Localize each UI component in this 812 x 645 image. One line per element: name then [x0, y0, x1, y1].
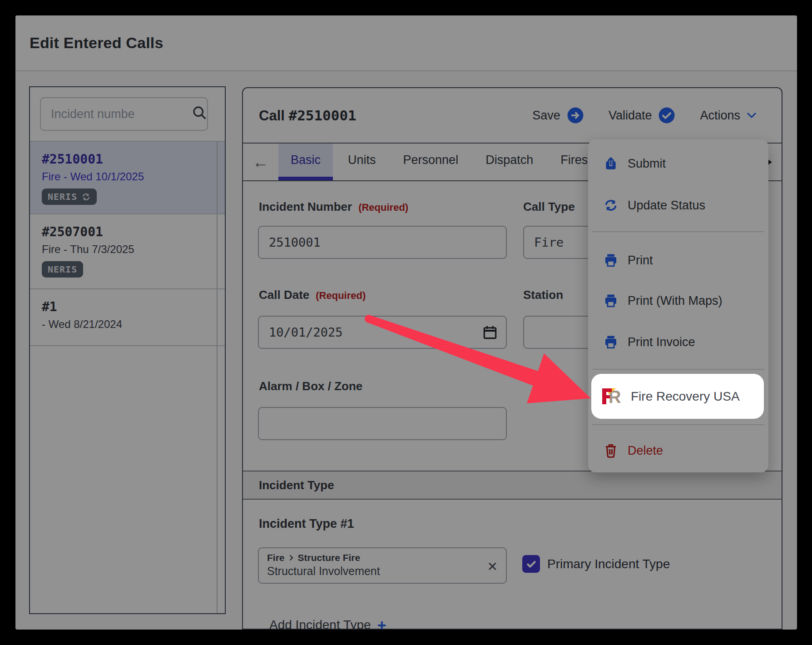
- neris-badge: NERIS: [42, 261, 83, 278]
- save-button[interactable]: Save: [532, 107, 584, 124]
- call-number: #2510001: [42, 152, 213, 167]
- chevron-right-icon: [289, 555, 293, 561]
- required-hint: (Required): [358, 202, 408, 213]
- incident-type-1-label: Incident Type #1: [259, 517, 354, 531]
- call-title-number: #2510001: [288, 107, 356, 124]
- label-text: Alarm / Box / Zone: [259, 379, 362, 393]
- actions-dropdown-menu: Submit Update Status: [588, 139, 768, 472]
- call-list-item[interactable]: #2510001 Fire - Wed 10/1/2025 NERIS: [30, 142, 225, 214]
- call-title-prefix: Call: [259, 108, 288, 124]
- printer-icon: [603, 334, 619, 350]
- screenshot-frame: Edit Entered Calls #2510001 Fire - Wed 1…: [0, 0, 812, 645]
- incident-type-path: Fire Structure Fire: [267, 552, 498, 563]
- required-hint: (Required): [316, 290, 366, 301]
- section-title: Incident Type: [259, 478, 334, 492]
- page-title: Edit Entered Calls: [30, 34, 163, 52]
- primary-incident-type-checkbox[interactable]: [522, 555, 540, 573]
- validate-check-icon: [658, 107, 675, 124]
- menu-item-update-status[interactable]: Update Status: [588, 191, 768, 220]
- sidebar-search-row: [30, 87, 225, 142]
- share-upload-icon: [603, 156, 619, 171]
- incident-subcategory: Structure Fire: [298, 552, 361, 563]
- app-window: Edit Entered Calls #2510001 Fire - Wed 1…: [15, 15, 797, 630]
- label-text: Station: [523, 288, 563, 302]
- call-list-item[interactable]: #2507001 Fire - Thu 7/3/2025 NERIS: [30, 214, 225, 289]
- calendar-icon[interactable]: [481, 324, 499, 341]
- tab-label: Dispatch: [485, 153, 533, 167]
- add-incident-type-button[interactable]: Add Incident Type +: [269, 617, 386, 630]
- incident-detail: Structural Involvement: [267, 565, 498, 578]
- menu-item-label: Print: [628, 253, 653, 268]
- call-subtitle: Fire - Thu 7/3/2025: [42, 243, 213, 256]
- calls-sidebar: #2510001 Fire - Wed 10/1/2025 NERIS #250…: [29, 86, 226, 614]
- menu-item-label: Print (With Maps): [628, 294, 723, 308]
- sidebar-scrollbar[interactable]: [217, 142, 218, 613]
- save-arrow-icon: [567, 107, 584, 124]
- sync-icon: [603, 198, 619, 213]
- incident-number-input[interactable]: [258, 226, 507, 259]
- menu-item-label: Fire Recovery USA: [631, 389, 740, 404]
- tab-label: Fires: [560, 153, 588, 167]
- sync-icon: [81, 192, 91, 202]
- actions-menu-button[interactable]: Actions: [700, 109, 757, 123]
- save-label: Save: [532, 109, 560, 123]
- neris-badge-label: NERIS: [48, 264, 77, 275]
- call-subtitle: - Wed 8/21/2024: [42, 318, 213, 331]
- station-label: Station: [523, 288, 563, 302]
- call-subtitle: Fire - Wed 10/1/2025: [42, 170, 213, 183]
- menu-item-label: Update Status: [628, 198, 705, 213]
- menu-item-print[interactable]: Print: [588, 246, 768, 275]
- menu-divider: [592, 231, 764, 232]
- menu-item-label: Print Invoice: [628, 335, 695, 349]
- call-list-item[interactable]: #1 - Wed 8/21/2024: [30, 289, 225, 346]
- call-type-label: Call Type: [523, 200, 575, 214]
- incident-search-input[interactable]: [40, 97, 208, 131]
- chevron-down-icon: [747, 112, 757, 119]
- incident-number-label: Incident Number(Required): [259, 200, 408, 214]
- plus-icon: +: [377, 617, 386, 630]
- menu-item-delete[interactable]: Delete: [588, 436, 768, 465]
- add-incident-type-label: Add Incident Type: [269, 618, 371, 630]
- tab-dispatch[interactable]: Dispatch: [473, 144, 545, 180]
- tab-label: Personnel: [403, 153, 459, 167]
- close-icon[interactable]: ✕: [487, 559, 498, 574]
- tab-units[interactable]: Units: [336, 144, 388, 180]
- menu-item-print-with-maps[interactable]: Print (With Maps): [588, 286, 768, 315]
- call-number: #2507001: [42, 224, 213, 239]
- tab-basic[interactable]: Basic: [278, 144, 333, 180]
- primary-incident-type-label: Primary Incident Type: [547, 557, 670, 571]
- page-header: Edit Entered Calls: [15, 15, 797, 71]
- neris-badge: NERIS: [42, 189, 97, 205]
- menu-item-label: Delete: [628, 444, 663, 458]
- alarm-box-zone-label: Alarm / Box / Zone: [259, 379, 362, 393]
- incident-category: Fire: [267, 552, 285, 563]
- search-icon: [191, 104, 208, 123]
- call-date-label: Call Date(Required): [259, 288, 366, 302]
- fire-recovery-usa-logo: R: [602, 387, 623, 406]
- printer-icon: [603, 253, 619, 268]
- call-title: Call #2510001: [259, 107, 356, 124]
- tab-label: Units: [348, 153, 376, 167]
- menu-item-label: Submit: [628, 157, 666, 171]
- validate-label: Validate: [609, 109, 652, 123]
- actions-label: Actions: [700, 109, 740, 123]
- call-number: #1: [42, 299, 213, 314]
- menu-divider: [592, 369, 764, 370]
- trash-icon: [603, 443, 619, 458]
- call-date-input[interactable]: [258, 316, 507, 349]
- tabs-back-button[interactable]: ←: [243, 144, 278, 180]
- alarm-box-zone-input[interactable]: [258, 407, 507, 440]
- label-text: Incident Number: [259, 200, 352, 213]
- printer-icon: [603, 293, 619, 308]
- menu-divider: [592, 424, 764, 425]
- validate-button[interactable]: Validate: [609, 107, 676, 124]
- tab-personnel[interactable]: Personnel: [391, 144, 471, 180]
- check-icon: [525, 558, 537, 570]
- label-text: Call Type: [523, 200, 575, 213]
- incident-type-section-header: Incident Type: [243, 471, 782, 500]
- menu-item-fire-recovery-usa[interactable]: R Fire Recovery USA: [591, 374, 764, 419]
- arrow-left-icon: ←: [253, 153, 269, 172]
- menu-item-print-invoice[interactable]: Print Invoice: [588, 327, 768, 357]
- menu-item-submit[interactable]: Submit: [588, 149, 768, 178]
- tab-label: Basic: [291, 153, 321, 167]
